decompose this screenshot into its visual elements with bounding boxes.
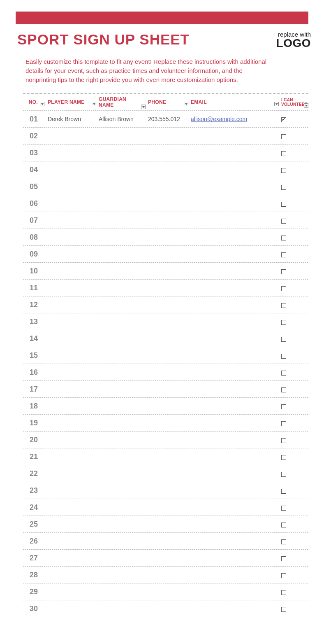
player-name-cell[interactable] <box>46 420 97 425</box>
header-no[interactable]: NO. <box>23 97 46 107</box>
guardian-name-cell[interactable] <box>97 336 146 341</box>
phone-cell[interactable] <box>146 201 189 206</box>
email-cell[interactable] <box>189 235 280 240</box>
phone-cell[interactable] <box>146 404 189 408</box>
guardian-name-cell[interactable] <box>97 420 146 425</box>
player-name-cell[interactable] <box>46 268 97 273</box>
phone-cell[interactable] <box>146 302 189 307</box>
volunteer-checkbox[interactable] <box>281 354 286 359</box>
email-cell[interactable] <box>189 150 280 155</box>
phone-cell[interactable]: 203.555.012 <box>146 113 189 125</box>
phone-cell[interactable] <box>146 437 189 442</box>
guardian-name-cell[interactable] <box>97 522 146 527</box>
header-phone[interactable]: PHONE <box>146 97 189 107</box>
email-cell[interactable] <box>189 302 280 307</box>
player-name-cell[interactable] <box>46 285 97 290</box>
guardian-name-cell[interactable] <box>97 589 146 594</box>
player-name-cell[interactable] <box>46 302 97 307</box>
volunteer-checkbox[interactable] <box>281 506 286 511</box>
email-cell[interactable] <box>189 555 280 560</box>
filter-dropdown-icon[interactable] <box>40 102 44 106</box>
player-name-cell[interactable] <box>46 589 97 594</box>
phone-cell[interactable] <box>146 336 189 341</box>
phone-cell[interactable] <box>146 285 189 290</box>
email-cell[interactable] <box>189 454 280 459</box>
player-name-cell[interactable]: Derek Brown <box>46 113 97 125</box>
filter-dropdown-icon[interactable] <box>92 102 96 106</box>
email-cell[interactable] <box>189 488 280 493</box>
email-link[interactable]: allison@example.com <box>191 116 247 122</box>
guardian-name-cell[interactable] <box>97 471 146 476</box>
volunteer-checkbox[interactable] <box>281 219 286 224</box>
player-name-cell[interactable] <box>46 555 97 560</box>
guardian-name-cell[interactable] <box>97 218 146 223</box>
phone-cell[interactable] <box>146 319 189 324</box>
volunteer-checkbox[interactable] <box>281 202 286 207</box>
player-name-cell[interactable] <box>46 201 97 206</box>
guardian-name-cell[interactable] <box>97 201 146 206</box>
volunteer-checkbox[interactable] <box>281 455 286 460</box>
volunteer-checkbox[interactable] <box>281 269 286 274</box>
filter-dropdown-icon[interactable] <box>274 102 279 106</box>
volunteer-checkbox[interactable] <box>281 472 286 477</box>
filter-dropdown-icon[interactable] <box>141 105 146 109</box>
volunteer-checkbox[interactable] <box>281 252 286 257</box>
phone-cell[interactable] <box>146 353 189 358</box>
player-name-cell[interactable] <box>46 572 97 577</box>
guardian-name-cell[interactable] <box>97 572 146 577</box>
guardian-name-cell[interactable] <box>97 133 146 138</box>
phone-cell[interactable] <box>146 488 189 493</box>
guardian-name-cell[interactable] <box>97 268 146 273</box>
guardian-name-cell[interactable] <box>97 404 146 408</box>
volunteer-checkbox[interactable] <box>281 421 286 426</box>
phone-cell[interactable] <box>146 454 189 459</box>
phone-cell[interactable] <box>146 420 189 425</box>
volunteer-checkbox[interactable] <box>281 387 286 392</box>
email-cell[interactable] <box>189 268 280 273</box>
header-player[interactable]: PLAYER NAME <box>46 97 97 107</box>
email-cell[interactable] <box>189 201 280 206</box>
filter-dropdown-icon[interactable] <box>304 103 308 108</box>
volunteer-checkbox[interactable] <box>281 151 286 156</box>
volunteer-checkbox[interactable] <box>281 236 286 240</box>
player-name-cell[interactable] <box>46 539 97 544</box>
phone-cell[interactable] <box>146 505 189 510</box>
guardian-name-cell[interactable] <box>97 353 146 358</box>
volunteer-checkbox[interactable] <box>281 539 286 544</box>
email-cell[interactable] <box>189 589 280 594</box>
phone-cell[interactable] <box>146 471 189 476</box>
guardian-name-cell[interactable] <box>97 505 146 510</box>
guardian-name-cell[interactable] <box>97 606 146 611</box>
guardian-name-cell[interactable] <box>97 302 146 307</box>
player-name-cell[interactable] <box>46 319 97 324</box>
guardian-name-cell[interactable] <box>97 167 146 172</box>
phone-cell[interactable] <box>146 218 189 223</box>
player-name-cell[interactable] <box>46 387 97 392</box>
phone-cell[interactable] <box>146 522 189 527</box>
volunteer-checkbox[interactable] <box>281 303 286 308</box>
player-name-cell[interactable] <box>46 454 97 459</box>
guardian-name-cell[interactable] <box>97 252 146 257</box>
player-name-cell[interactable] <box>46 218 97 223</box>
guardian-name-cell[interactable] <box>97 555 146 560</box>
volunteer-checkbox[interactable] <box>281 286 286 291</box>
phone-cell[interactable] <box>146 252 189 257</box>
email-cell[interactable] <box>189 133 280 138</box>
player-name-cell[interactable] <box>46 471 97 476</box>
volunteer-checkbox[interactable] <box>281 134 286 139</box>
guardian-name-cell[interactable] <box>97 184 146 189</box>
phone-cell[interactable] <box>146 387 189 392</box>
email-cell[interactable] <box>189 505 280 510</box>
header-email[interactable]: EMAIL <box>189 97 280 107</box>
email-cell[interactable] <box>189 218 280 223</box>
player-name-cell[interactable] <box>46 370 97 375</box>
phone-cell[interactable] <box>146 150 189 155</box>
email-cell[interactable] <box>189 370 280 375</box>
email-cell[interactable] <box>189 572 280 577</box>
email-cell[interactable] <box>189 184 280 189</box>
player-name-cell[interactable] <box>46 133 97 138</box>
email-cell[interactable] <box>189 471 280 476</box>
email-cell[interactable] <box>189 353 280 358</box>
volunteer-checkbox[interactable] <box>281 556 286 561</box>
email-cell[interactable] <box>189 539 280 544</box>
